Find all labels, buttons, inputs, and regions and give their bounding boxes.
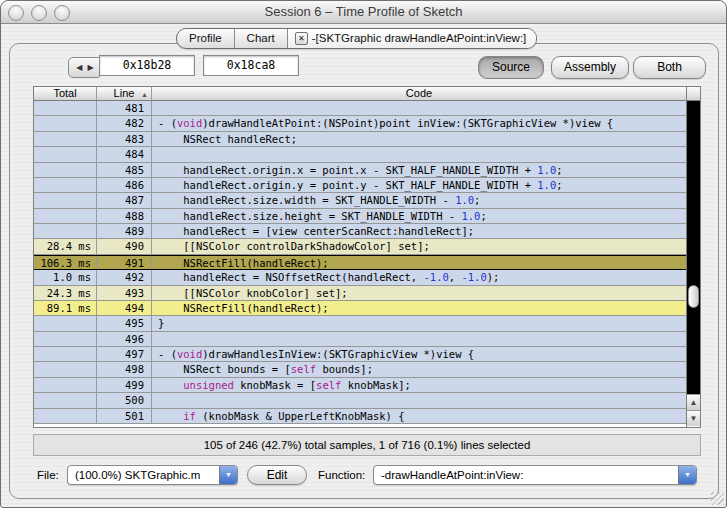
line-number-cell: 490 <box>97 239 152 253</box>
code-cell: [[NSColor knobColor] set]; <box>152 286 686 300</box>
line-number-cell: 493 <box>97 286 152 300</box>
code-cell: NSRect handleRect; <box>152 132 686 146</box>
total-time-cell <box>34 362 97 376</box>
table-header: Total Line ▲ Code <box>34 87 686 101</box>
assembly-view-button[interactable]: Assembly <box>551 56 629 79</box>
total-time-cell <box>34 378 97 392</box>
scrollbar-header-cap <box>687 87 700 101</box>
title-bar[interactable]: Session 6 – Time Profile of Sketch <box>1 1 726 24</box>
address-field-start[interactable]: 0x18b28 <box>99 55 195 76</box>
table-row[interactable]: 486 handleRect.origin.y = point.y - SKT_… <box>34 178 686 193</box>
scroll-up-icon[interactable]: ▲ <box>687 394 700 410</box>
source-view-button[interactable]: Source <box>478 56 544 79</box>
total-time-cell <box>34 163 97 177</box>
code-table: Total Line ▲ Code 481482- (void)drawHand… <box>33 86 701 428</box>
resize-grip[interactable] <box>711 492 724 505</box>
tab-chart[interactable]: Chart <box>234 29 287 48</box>
file-popup-value: (100.0%) SKTGraphic.m <box>68 466 219 484</box>
code-cell <box>152 101 686 115</box>
code-table-body: 481482- (void)drawHandleAtPoint:(NSPoint… <box>34 101 686 424</box>
total-time-cell <box>34 224 97 238</box>
line-number-cell: 500 <box>97 393 152 407</box>
status-bar: 105 of 246 (42.7%) total samples, 1 of 7… <box>33 434 701 456</box>
both-view-button[interactable]: Both <box>633 56 706 79</box>
table-row[interactable]: 487 handleRect.size.width = SKT_HANDLE_W… <box>34 193 686 208</box>
close-tab-icon[interactable]: ✕ <box>295 32 308 45</box>
table-row[interactable]: 484 <box>34 147 686 162</box>
sort-ascending-icon: ▲ <box>141 88 148 101</box>
window-title: Session 6 – Time Profile of Sketch <box>1 1 726 23</box>
total-time-cell: 24.3 ms <box>34 286 97 300</box>
code-cell: unsigned knobMask = [self knobMask]; <box>152 378 686 392</box>
total-time-cell <box>34 101 97 115</box>
edit-button[interactable]: Edit <box>247 465 307 485</box>
table-row[interactable]: 489 handleRect = [view centerScanRect:ha… <box>34 224 686 239</box>
table-row[interactable]: 499 unsigned knobMask = [self knobMask]; <box>34 378 686 393</box>
scrollbar-track[interactable] <box>687 101 700 394</box>
line-number-cell: 496 <box>97 332 152 346</box>
table-row[interactable]: 497- (void)drawHandlesInView:(SKTGraphic… <box>34 347 686 362</box>
tab-function-view[interactable]: ✕ -[SKTGraphic drawHandleAtPoint:inView:… <box>287 29 537 48</box>
table-row[interactable]: 1.0 ms492 handleRect = NSOffsetRect(hand… <box>34 270 686 285</box>
column-header-total[interactable]: Total <box>34 87 97 100</box>
back-arrow-icon[interactable]: ◀ <box>76 63 82 72</box>
total-time-cell: 89.1 ms <box>34 301 97 315</box>
line-number-cell: 501 <box>97 409 152 423</box>
table-row[interactable]: 106.3 ms491 NSRectFill(handleRect); <box>34 255 686 270</box>
table-row[interactable]: 24.3 ms493 [[NSColor knobColor] set]; <box>34 286 686 301</box>
table-row[interactable]: 481 <box>34 101 686 116</box>
file-popup[interactable]: (100.0%) SKTGraphic.m ▼ <box>67 465 238 485</box>
popup-arrow-icon[interactable]: ▼ <box>219 466 237 484</box>
line-number-cell: 482 <box>97 116 152 130</box>
table-row[interactable]: 498 NSRect bounds = [self bounds]; <box>34 362 686 377</box>
code-cell: } <box>152 316 686 330</box>
function-popup[interactable]: -drawHandleAtPoint:inView: ▼ <box>373 465 697 485</box>
column-header-line[interactable]: Line ▲ <box>97 87 152 100</box>
total-time-cell: 106.3 ms <box>34 256 97 269</box>
table-row[interactable]: 501 if (knobMask & UpperLeftKnobMask) { <box>34 409 686 424</box>
column-header-line-label: Line <box>114 87 135 99</box>
popup-arrow-icon[interactable]: ▼ <box>678 466 696 484</box>
tab-bar: Profile Chart ✕ -[SKTGraphic drawHandleA… <box>176 28 537 49</box>
total-time-cell <box>34 147 97 161</box>
table-row[interactable]: 482- (void)drawHandleAtPoint:(NSPoint)po… <box>34 116 686 131</box>
address-field-end[interactable]: 0x18ca8 <box>203 55 299 76</box>
total-time-cell <box>34 193 97 207</box>
line-number-cell: 497 <box>97 347 152 361</box>
total-time-cell <box>34 332 97 346</box>
code-cell <box>152 393 686 407</box>
code-cell <box>152 147 686 161</box>
table-row[interactable]: 496 <box>34 332 686 347</box>
total-time-cell <box>34 178 97 192</box>
line-number-cell: 488 <box>97 209 152 223</box>
table-row[interactable]: 495} <box>34 316 686 331</box>
table-row[interactable]: 500 <box>34 393 686 408</box>
line-number-cell: 483 <box>97 132 152 146</box>
total-time-cell <box>34 393 97 407</box>
scrollbar-thumb[interactable] <box>688 285 699 308</box>
total-time-cell <box>34 316 97 330</box>
table-row[interactable]: 485 handleRect.origin.x = point.x - SKT_… <box>34 163 686 178</box>
tab-profile[interactable]: Profile <box>177 29 234 48</box>
total-time-cell <box>34 209 97 223</box>
table-row[interactable]: 28.4 ms490 [[NSColor controlDarkShadowCo… <box>34 239 686 254</box>
history-nav-button[interactable]: ◀ ▶ <box>68 57 102 78</box>
line-number-cell: 489 <box>97 224 152 238</box>
code-cell: - (void)drawHandleAtPoint:(NSPoint)point… <box>152 116 686 130</box>
total-time-cell <box>34 132 97 146</box>
line-number-cell: 484 <box>97 147 152 161</box>
code-cell: handleRect.size.width = SKT_HANDLE_WIDTH… <box>152 193 686 207</box>
function-popup-value: -drawHandleAtPoint:inView: <box>374 466 678 484</box>
total-time-cell <box>34 409 97 423</box>
table-row[interactable]: 483 NSRect handleRect; <box>34 132 686 147</box>
table-row[interactable]: 488 handleRect.size.height = SKT_HANDLE_… <box>34 209 686 224</box>
total-time-cell <box>34 347 97 361</box>
column-header-code[interactable]: Code <box>152 87 686 100</box>
code-cell: if (knobMask & UpperLeftKnobMask) { <box>152 409 686 423</box>
file-label: File: <box>37 465 59 485</box>
line-number-cell: 498 <box>97 362 152 376</box>
forward-arrow-icon[interactable]: ▶ <box>88 63 94 72</box>
table-row[interactable]: 89.1 ms494 NSRectFill(handleRect); <box>34 301 686 316</box>
app-window: Session 6 – Time Profile of Sketch Profi… <box>0 0 727 508</box>
scroll-down-icon[interactable]: ▼ <box>687 410 700 426</box>
